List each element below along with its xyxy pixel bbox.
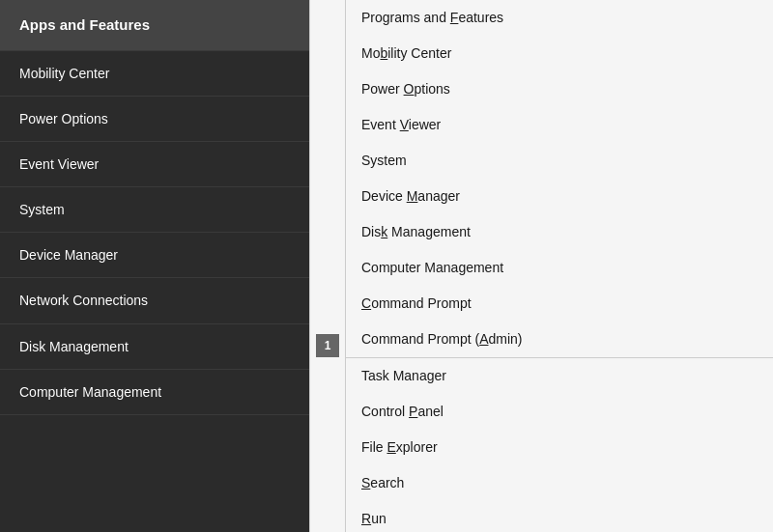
- right-item-file-explorer[interactable]: File Explorer: [346, 430, 773, 465]
- right-item-run[interactable]: Run: [346, 501, 773, 532]
- right-group-1: Programs and Features Mobility Center Po…: [346, 0, 773, 358]
- right-item-event-viewer[interactable]: Event Viewer: [346, 107, 773, 143]
- right-item-mobility[interactable]: Mobility Center: [346, 36, 773, 71]
- left-menu-item-apps-features[interactable]: Apps and Features: [0, 0, 309, 51]
- left-menu-panel: Apps and Features Mobility Center Power …: [0, 0, 309, 532]
- right-menu-panel: 1 Programs and Features Mobility Center …: [309, 0, 773, 532]
- left-menu-item-computer-mgmt[interactable]: Computer Management: [0, 370, 309, 415]
- right-item-disk-mgmt[interactable]: Disk Management: [346, 214, 773, 250]
- left-menu-item-mobility[interactable]: Mobility Center: [0, 51, 309, 97]
- right-item-system[interactable]: System: [346, 143, 773, 179]
- right-item-power[interactable]: Power Options: [346, 71, 773, 107]
- right-item-computer-mgmt[interactable]: Computer Management: [346, 250, 773, 286]
- left-menu-item-power[interactable]: Power Options: [0, 97, 309, 142]
- right-item-device-manager[interactable]: Device Manager: [346, 179, 773, 214]
- right-item-task-manager[interactable]: Task Manager: [346, 358, 773, 394]
- right-menu-column: Programs and Features Mobility Center Po…: [345, 0, 773, 532]
- left-menu-item-event-viewer[interactable]: Event Viewer: [0, 142, 309, 187]
- right-item-control-panel[interactable]: Control Panel: [346, 394, 773, 430]
- right-group-2: Task Manager Control Panel File Explorer…: [346, 358, 773, 532]
- right-item-search[interactable]: Search: [346, 465, 773, 501]
- right-item-cmd-admin[interactable]: Command Prompt (Admin): [346, 322, 773, 357]
- left-menu-item-disk[interactable]: Disk Management: [0, 324, 309, 370]
- left-menu-item-network[interactable]: Network Connections: [0, 278, 309, 323]
- right-item-cmd[interactable]: Command Prompt: [346, 286, 773, 322]
- badge-number: 1: [316, 334, 339, 357]
- left-menu-item-device-manager[interactable]: Device Manager: [0, 233, 309, 278]
- badge-column: 1: [310, 0, 345, 532]
- left-menu-item-system[interactable]: System: [0, 187, 309, 233]
- right-item-programs[interactable]: Programs and Features: [346, 0, 773, 36]
